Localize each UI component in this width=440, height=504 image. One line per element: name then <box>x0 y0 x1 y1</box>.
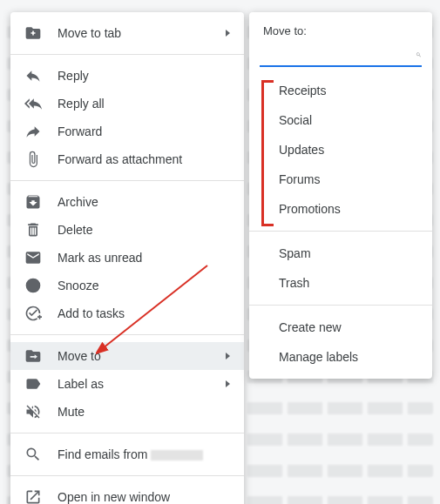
menu-add-to-tasks[interactable]: Add to tasks <box>10 299 244 327</box>
menu-label: Reply all <box>58 97 230 111</box>
submenu-label-receipts[interactable]: Receipts <box>249 76 432 105</box>
menu-label: Add to tasks <box>58 306 230 320</box>
menu-move-to-tab[interactable]: Move to tab <box>10 19 244 47</box>
chevron-right-icon <box>226 30 230 37</box>
mail-icon <box>24 249 42 266</box>
menu-label: Find emails from <box>58 447 230 461</box>
chevron-right-icon <box>226 380 230 387</box>
separator <box>249 305 432 306</box>
task-add-icon <box>24 305 42 322</box>
submenu-create-new[interactable]: Create new <box>249 312 432 342</box>
submenu-manage-labels[interactable]: Manage labels <box>249 342 432 372</box>
submenu-label-social[interactable]: Social <box>249 105 432 135</box>
trash-icon <box>24 221 42 239</box>
menu-label: Forward <box>58 124 230 138</box>
folder-plus-icon <box>24 24 42 42</box>
menu-label: Snooze <box>58 279 230 292</box>
redacted-name <box>151 450 203 460</box>
annotation-bracket <box>261 80 274 226</box>
menu-label-as[interactable]: Label as <box>10 370 244 398</box>
move-to-submenu: Move to: Receipts Social Updates Forums … <box>249 12 432 379</box>
submenu-search[interactable] <box>260 44 422 67</box>
submenu-label-updates[interactable]: Updates <box>249 135 432 165</box>
submenu-title: Move to: <box>249 19 432 41</box>
separator <box>10 334 244 335</box>
search-input[interactable] <box>260 47 416 63</box>
label-icon <box>24 375 42 393</box>
separator <box>10 433 244 433</box>
open-new-window-icon <box>24 488 42 504</box>
submenu-label-promotions[interactable]: Promotions <box>249 194 432 224</box>
menu-label: Mark as unread <box>58 251 230 265</box>
menu-delete[interactable]: Delete <box>10 216 244 244</box>
menu-reply-all[interactable]: Reply all <box>10 90 244 118</box>
separator <box>10 54 244 55</box>
clock-icon <box>24 277 42 294</box>
separator <box>10 475 244 476</box>
menu-move-to[interactable]: Move to <box>10 342 244 370</box>
submenu-spam[interactable]: Spam <box>249 239 432 268</box>
submenu-label-forums[interactable]: Forums <box>249 165 432 194</box>
submenu-trash[interactable]: Trash <box>249 268 432 298</box>
menu-mark-unread[interactable]: Mark as unread <box>10 244 244 272</box>
menu-label: Delete <box>58 223 230 237</box>
menu-label: Forward as attachment <box>58 152 230 166</box>
separator <box>10 180 244 181</box>
folder-arrow-icon <box>24 347 42 365</box>
menu-label: Mute <box>58 405 230 419</box>
menu-mute[interactable]: Mute <box>10 398 244 426</box>
reply-all-icon <box>24 95 42 112</box>
paperclip-icon <box>24 151 42 168</box>
menu-label: Label as <box>58 377 226 391</box>
menu-open-new-window[interactable]: Open in new window <box>10 483 244 504</box>
menu-archive[interactable]: Archive <box>10 188 244 216</box>
menu-forward[interactable]: Forward <box>10 118 244 145</box>
menu-label: Reply <box>58 69 230 83</box>
archive-icon <box>24 193 42 211</box>
context-menu: Move to tab Reply Reply all Forward Forw… <box>10 12 244 504</box>
reply-icon <box>24 67 42 84</box>
search-icon <box>24 446 42 463</box>
menu-snooze[interactable]: Snooze <box>10 272 244 299</box>
menu-label: Archive <box>58 195 230 209</box>
separator <box>249 231 432 232</box>
menu-forward-attachment[interactable]: Forward as attachment <box>10 145 244 173</box>
chevron-right-icon <box>226 353 230 360</box>
menu-reply[interactable]: Reply <box>10 62 244 90</box>
menu-label: Move to <box>58 349 226 363</box>
menu-label: Move to tab <box>58 26 226 40</box>
menu-find-emails[interactable]: Find emails from <box>10 440 244 468</box>
menu-label: Open in new window <box>58 490 230 504</box>
forward-icon <box>24 123 42 140</box>
mute-icon <box>24 403 42 420</box>
search-icon <box>416 47 422 63</box>
